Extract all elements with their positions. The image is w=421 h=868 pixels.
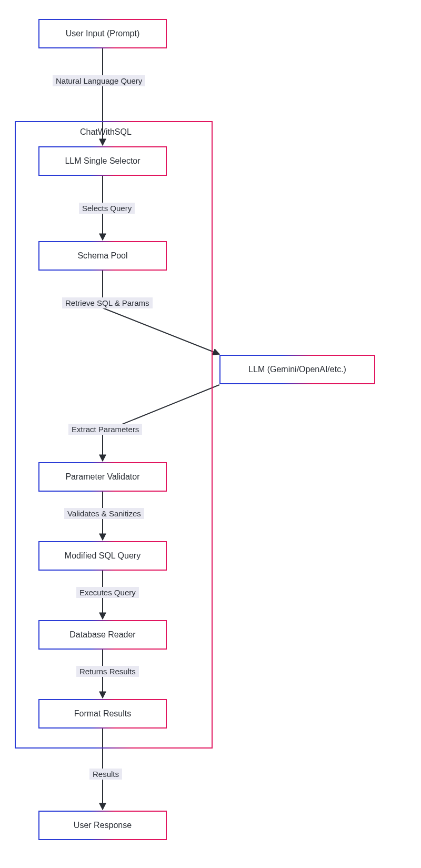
group-chatwithsql bbox=[15, 121, 213, 749]
node-llm-selector: LLM Single Selector bbox=[38, 146, 167, 176]
node-param-validator: Parameter Validator bbox=[38, 462, 167, 492]
edge-label-selects: Selects Query bbox=[79, 203, 135, 214]
node-llm-external: LLM (Gemini/OpenAI/etc.) bbox=[219, 355, 375, 384]
node-modified-sql: Modified SQL Query bbox=[38, 541, 167, 571]
node-schema-pool: Schema Pool bbox=[38, 241, 167, 271]
edge-label-validates: Validates & Sanitizes bbox=[64, 508, 144, 519]
node-user-input: User Input (Prompt) bbox=[38, 19, 167, 48]
diagram-canvas: ChatWithSQL User Input (Prompt) LLM Sing… bbox=[0, 0, 421, 868]
node-format-results: Format Results bbox=[38, 699, 167, 729]
node-db-reader: Database Reader bbox=[38, 620, 167, 650]
edge-label-nlq: Natural Language Query bbox=[53, 75, 145, 86]
group-label: ChatWithSQL bbox=[80, 127, 132, 137]
edge-label-executes: Executes Query bbox=[76, 587, 139, 598]
edge-label-results: Results bbox=[89, 769, 122, 780]
edge-label-retrieve: Retrieve SQL & Params bbox=[62, 297, 153, 308]
node-user-response: User Response bbox=[38, 811, 167, 840]
edge-label-returns: Returns Results bbox=[76, 666, 139, 677]
edge-label-extract: Extract Parameters bbox=[68, 424, 142, 435]
